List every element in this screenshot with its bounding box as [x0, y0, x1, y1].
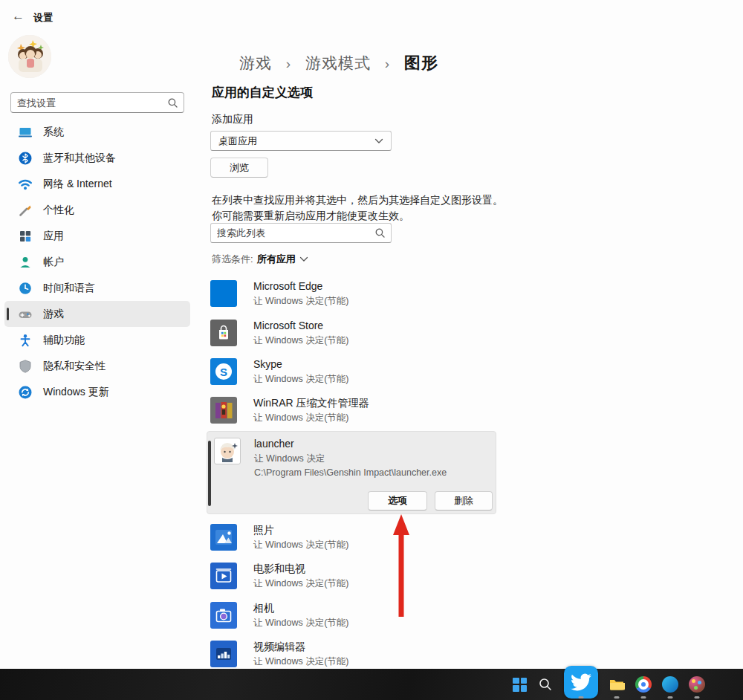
- app-status: 让 Windows 决定(节能): [253, 334, 348, 347]
- app-type-value: 桌面应用: [218, 135, 257, 148]
- paint-app-icon[interactable]: [689, 676, 705, 693]
- user-avatar[interactable]: [8, 35, 51, 78]
- app-row-camera[interactable]: 相机 让 Windows 决定(节能): [210, 602, 496, 629]
- list-search-input[interactable]: [217, 227, 375, 239]
- sidebar-item-label: 个性化: [43, 204, 74, 217]
- sidebar-item-label: 网络 & Internet: [43, 178, 112, 191]
- camera-app-icon: [210, 602, 237, 629]
- app-status: 让 Windows 决定: [254, 453, 447, 465]
- window-title: 设置: [33, 11, 53, 25]
- sidebar-item-label: 应用: [43, 230, 64, 243]
- app-type-dropdown[interactable]: 桌面应用: [210, 131, 392, 151]
- app-name: Microsoft Edge: [253, 280, 348, 293]
- sidebar-item-time-language[interactable]: 时间和语言: [4, 275, 190, 301]
- filter-label: 筛选条件:: [212, 253, 253, 266]
- skype-app-icon: S: [210, 358, 237, 385]
- filter-value: 所有应用: [257, 253, 296, 266]
- system-icon: [18, 125, 33, 140]
- app-status: 让 Windows 决定(节能): [253, 617, 348, 629]
- shield-icon: [18, 359, 33, 374]
- app-row-photos[interactable]: 照片 让 Windows 决定(节能): [210, 524, 496, 551]
- chevron-down-icon: [374, 138, 383, 144]
- app-row-edge[interactable]: Microsoft Edge 让 Windows 决定(节能): [210, 280, 496, 308]
- movies-tv-app-icon: [210, 563, 237, 589]
- sidebar-item-system[interactable]: 系统: [4, 119, 190, 145]
- app-status: 让 Windows 决定(节能): [253, 373, 348, 386]
- settings-search-box: [10, 92, 184, 113]
- brush-icon: [18, 203, 33, 218]
- sidebar-item-accessibility[interactable]: 辅助功能: [4, 327, 190, 353]
- taskbar: 白云一键重装系统 www.baiyunxitong.com: [0, 669, 743, 700]
- breadcrumb: 游戏 › 游戏模式 › 图形: [239, 52, 438, 74]
- app-row-winrar[interactable]: WinRAR 压缩文件管理器 让 Windows 决定(节能): [210, 397, 496, 424]
- sidebar-nav: 系统 蓝牙和其他设备 网络 & Internet 个性化 应用 帐户 时间和语言: [4, 119, 190, 405]
- app-row-skype[interactable]: S Skype 让 Windows 决定(节能): [210, 358, 496, 386]
- app-name: Skype: [253, 358, 348, 371]
- sidebar-item-personalization[interactable]: 个性化: [4, 197, 190, 223]
- edge-app-icon: [210, 280, 237, 307]
- avatar-cartoon: [8, 35, 51, 78]
- app-status: 让 Windows 决定(节能): [253, 412, 369, 424]
- app-status: 让 Windows 决定(节能): [253, 655, 348, 668]
- search-icon: [168, 98, 178, 108]
- sidebar-item-privacy[interactable]: 隐私和安全性: [4, 353, 190, 379]
- breadcrumb-game-mode[interactable]: 游戏模式: [305, 54, 371, 71]
- app-name: 视频编辑器: [253, 641, 348, 653]
- start-button-icon[interactable]: [513, 678, 527, 692]
- sidebar-item-bluetooth[interactable]: 蓝牙和其他设备: [4, 145, 190, 171]
- wifi-icon: [18, 177, 33, 192]
- sidebar-item-label: 辅助功能: [43, 334, 85, 347]
- filter-dropdown[interactable]: 筛选条件: 所有应用: [212, 253, 308, 266]
- app-name: Microsoft Store: [253, 320, 348, 332]
- delete-button[interactable]: 删除: [435, 491, 493, 511]
- app-row-launcher-expanded[interactable]: launcher 让 Windows 决定 C:\Program Files\G…: [207, 431, 496, 514]
- photos-app-icon: [210, 524, 237, 551]
- description-text: 在列表中查找应用并将其选中，然后为其选择自定义图形设置。你可能需要重新启动应用才…: [212, 192, 503, 224]
- svg-text:S: S: [220, 366, 227, 378]
- breadcrumb-gaming[interactable]: 游戏: [239, 54, 272, 71]
- taskbar-search-icon[interactable]: [537, 676, 554, 693]
- app-row-movies-tv[interactable]: 电影和电视 让 Windows 决定(节能): [210, 563, 496, 590]
- person-icon: [18, 255, 33, 270]
- sidebar-item-network[interactable]: 网络 & Internet: [4, 171, 190, 197]
- sidebar-item-label: 游戏: [43, 308, 64, 321]
- back-icon[interactable]: ←: [12, 9, 25, 24]
- breadcrumb-separator: ›: [286, 56, 291, 71]
- settings-search-input[interactable]: [17, 97, 168, 108]
- app-status: 让 Windows 决定(节能): [253, 577, 348, 590]
- clock-icon: [18, 281, 33, 296]
- sidebar-item-accounts[interactable]: 帐户: [4, 249, 190, 275]
- breadcrumb-separator: ›: [385, 56, 390, 71]
- sidebar-item-windows-update[interactable]: Windows 更新: [4, 379, 190, 405]
- video-editor-app-icon: [210, 641, 237, 667]
- page-title: 图形: [404, 54, 438, 72]
- sidebar-item-label: 帐户: [43, 256, 64, 269]
- sidebar-item-label: Windows 更新: [43, 386, 109, 399]
- browse-button[interactable]: 浏览: [210, 158, 268, 178]
- chrome-icon[interactable]: [635, 676, 652, 693]
- bluetooth-icon: [18, 151, 33, 166]
- settings-window: ← 设置 系统: [0, 0, 743, 700]
- app-name: WinRAR 压缩文件管理器: [253, 397, 369, 409]
- edge-icon[interactable]: [662, 676, 678, 693]
- update-icon: [18, 385, 33, 400]
- options-button[interactable]: 选项: [368, 491, 427, 511]
- app-name: 相机: [253, 602, 348, 615]
- section-title: 应用的自定义选项: [212, 84, 313, 101]
- chevron-down-icon: [299, 256, 308, 262]
- app-name: launcher: [254, 438, 447, 450]
- sidebar-item-gaming[interactable]: 游戏: [4, 301, 190, 327]
- launcher-app-icon: [214, 438, 241, 464]
- sidebar-item-apps[interactable]: 应用: [4, 223, 190, 249]
- app-name: 电影和电视: [253, 563, 348, 575]
- app-row-store[interactable]: Microsoft Store 让 Windows 决定(节能): [210, 320, 496, 347]
- file-explorer-icon[interactable]: [609, 676, 625, 693]
- twitter-icon[interactable]: [564, 666, 598, 699]
- sidebar-item-label: 时间和语言: [43, 282, 95, 295]
- store-app-icon: [210, 320, 237, 346]
- list-search-box: [210, 223, 392, 243]
- winrar-app-icon: [210, 397, 237, 424]
- accessibility-icon: [18, 333, 33, 348]
- app-status: 让 Windows 决定(节能): [253, 539, 348, 551]
- app-row-video-editor[interactable]: 视频编辑器 让 Windows 决定(节能): [210, 641, 496, 668]
